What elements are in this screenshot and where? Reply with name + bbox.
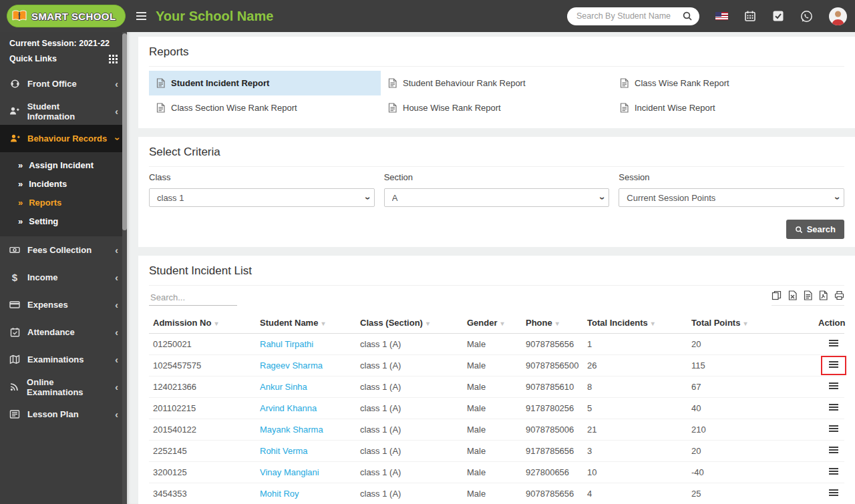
report-link-class-section-wise-rank[interactable]: Class Section Wise Rank Report <box>149 95 381 120</box>
session-select-wrap: Current Session Points <box>619 188 844 207</box>
quick-links[interactable]: Quick Links <box>0 48 127 70</box>
table-row: 201540122 Mayank Sharma class 1 (A) Male… <box>149 419 844 441</box>
search-button[interactable]: Search <box>786 220 844 239</box>
gender-cell: Male <box>463 462 522 483</box>
support-icon <box>9 79 20 89</box>
column-total-incidents[interactable]: Total Incidents <box>583 312 687 334</box>
check-square-icon[interactable] <box>772 10 784 22</box>
student-name-link[interactable]: Arvind Khanna <box>260 403 317 413</box>
action-menu-icon[interactable] <box>829 467 838 476</box>
search-icon[interactable] <box>682 11 693 21</box>
excel-icon[interactable] <box>788 290 797 300</box>
session-field: Session Current Session Points <box>619 172 844 207</box>
copy-icon[interactable] <box>772 290 782 300</box>
action-menu-icon[interactable] <box>829 488 838 497</box>
class-select[interactable]: class 1 <box>150 189 374 206</box>
column-student-name[interactable]: Student Name <box>256 312 356 334</box>
section-label: Section <box>384 172 610 182</box>
pdf-icon[interactable] <box>819 290 828 300</box>
student-name-link[interactable]: Mayank Sharma <box>260 425 323 435</box>
rss-icon <box>9 382 19 392</box>
action-menu-icon[interactable] <box>829 424 838 433</box>
sort-icon <box>423 318 430 328</box>
chevron-left-icon <box>115 107 118 116</box>
total-incidents-cell: 3 <box>583 441 687 462</box>
sidebar-item-behaviour-records[interactable]: Behaviour Records <box>0 125 127 152</box>
action-menu-icon[interactable] <box>829 403 838 412</box>
total-points-cell: 40 <box>687 398 814 419</box>
action-menu-icon[interactable] <box>829 381 838 391</box>
book-icon <box>9 409 20 419</box>
whatsapp-icon[interactable] <box>800 10 813 23</box>
submenu-item-setting[interactable]: Setting <box>0 212 127 230</box>
column-phone[interactable]: Phone <box>522 312 583 334</box>
file-lines-icon[interactable] <box>804 290 812 300</box>
column-total-points[interactable]: Total Points <box>687 312 814 334</box>
section-select[interactable]: A <box>385 189 609 206</box>
student-search-input[interactable] <box>576 11 682 21</box>
file-text-icon <box>156 103 165 113</box>
sidebar-item-student-information[interactable]: Student Information <box>0 97 127 125</box>
total-points-cell: 115 <box>687 355 814 376</box>
sidebar-item-label: Lesson Plan <box>27 409 79 419</box>
grid-icon[interactable] <box>109 55 118 63</box>
table-search-input[interactable] <box>149 290 237 306</box>
submenu-item-assign-incident[interactable]: Assign Incident <box>0 156 127 174</box>
column-class-section[interactable]: Class (Section) <box>356 312 463 334</box>
hamburger-icon[interactable] <box>136 10 146 22</box>
scrollbar-thumb[interactable] <box>122 33 127 230</box>
sidebar-item-online-examinations[interactable]: Online Examinations <box>0 373 127 401</box>
behaviour-records-submenu: Assign Incident Incidents Reports Settin… <box>0 152 127 236</box>
sidebar-item-expenses[interactable]: Expenses <box>0 291 127 318</box>
report-link-house-wise-rank[interactable]: House Wise Rank Report <box>381 95 613 120</box>
sidebar-item-label: Online Examinations <box>27 377 108 397</box>
action-menu-icon[interactable] <box>829 338 838 348</box>
session-select[interactable]: Current Session Points <box>619 189 844 206</box>
submenu-item-reports[interactable]: Reports <box>0 193 127 212</box>
sidebar-item-examinations[interactable]: Examinations <box>0 346 127 373</box>
sidebar-item-front-office[interactable]: Front Office <box>0 70 127 97</box>
chevron-left-icon <box>115 410 118 419</box>
calendar-icon[interactable] <box>744 10 756 22</box>
sort-icon <box>318 318 325 328</box>
student-name-link[interactable]: Mohit Roy <box>260 489 299 499</box>
gender-cell: Male <box>463 419 522 441</box>
sidebar-item-label: Expenses <box>27 300 68 310</box>
sidebar: Current Session: 2021-22 Quick Links Fro… <box>0 32 127 504</box>
student-name-link[interactable]: Rahul Tirpathi <box>260 339 313 349</box>
total-incidents-cell: 4 <box>583 483 687 504</box>
student-name-link[interactable]: Rohit Verma <box>260 446 308 456</box>
chevron-left-icon <box>115 383 118 392</box>
submenu-item-incidents[interactable]: Incidents <box>0 174 127 193</box>
gender-cell: Male <box>463 483 522 504</box>
sidebar-scrollbar[interactable] <box>122 32 127 504</box>
smart-school-logo[interactable]: SMART SCHOOL <box>7 5 126 27</box>
file-text-icon <box>388 78 397 88</box>
column-admission-no[interactable]: Admission No <box>149 312 256 334</box>
action-menu-icon[interactable] <box>829 360 838 369</box>
search-icon <box>795 226 803 234</box>
sidebar-item-lesson-plan[interactable]: Lesson Plan <box>0 401 127 428</box>
print-icon[interactable] <box>834 290 844 300</box>
column-gender[interactable]: Gender <box>463 312 522 334</box>
reports-title: Reports <box>149 45 844 67</box>
user-avatar[interactable] <box>829 7 847 25</box>
user-plus-icon <box>9 134 20 144</box>
sidebar-item-fees-collection[interactable]: Fees Collection <box>0 236 127 264</box>
table-row: 01250021 Rahul Tirpathi class 1 (A) Male… <box>149 334 844 355</box>
sidebar-item-attendance[interactable]: Attendance <box>0 318 127 346</box>
report-link-student-behaviour-rank[interactable]: Student Behaviour Rank Report <box>381 71 613 95</box>
sidebar-item-label: Student Information <box>27 101 108 121</box>
submenu-item-label: Assign Incident <box>29 160 94 170</box>
report-link-class-wise-rank[interactable]: Class Wise Rank Report <box>613 71 844 95</box>
report-link-student-incident[interactable]: Student Incident Report <box>149 71 381 95</box>
class-section-cell: class 1 (A) <box>356 483 463 504</box>
student-name-link[interactable]: Ankur Sinha <box>260 382 307 392</box>
sidebar-item-income[interactable]: $ Income <box>0 264 127 291</box>
student-name-link[interactable]: Vinay Manglani <box>260 467 319 477</box>
action-menu-icon[interactable] <box>829 445 838 455</box>
student-name-link[interactable]: Rageev Sharma <box>260 360 323 370</box>
admission-no-cell: 3200125 <box>149 462 256 483</box>
report-link-incident-wise[interactable]: Incident Wise Report <box>613 95 844 120</box>
us-flag-icon[interactable] <box>715 12 728 20</box>
